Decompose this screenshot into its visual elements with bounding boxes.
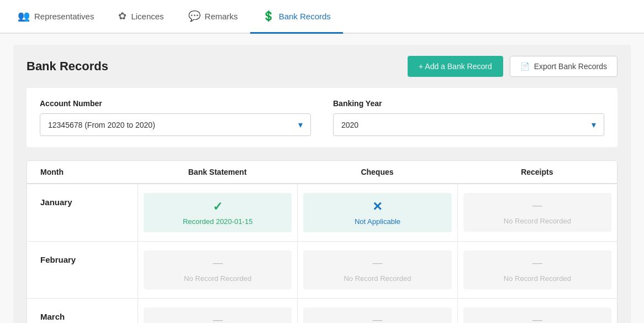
top-nav: 👥 Representatives ✿ Licences 💬 Remarks 💲… (0, 0, 644, 34)
check-icon: ✓ (213, 200, 223, 214)
february-cheques: — No Record Recorded (297, 242, 457, 298)
march-receipts: — (457, 299, 617, 323)
col-receipts: Receipts (457, 168, 617, 176)
banking-year-label: Banking Year (333, 99, 604, 108)
account-number-select[interactable]: 12345678 (From 2020 to 2020) ▾ (40, 113, 311, 136)
january-bank-statement-box: ✓ Recorded 2020-01-15 (144, 193, 292, 232)
filters-row: Account Number 12345678 (From 2020 to 20… (27, 88, 617, 147)
february-cheques-text: No Record Recorded (344, 274, 411, 283)
account-chevron-icon: ▾ (298, 119, 303, 130)
col-cheques: Cheques (297, 168, 457, 176)
banking-year-value: 2020 (341, 121, 358, 129)
col-month: Month (27, 168, 138, 176)
year-chevron-icon: ▾ (592, 119, 596, 130)
account-number-value: 12345678 (From 2020 to 2020) (48, 121, 155, 129)
tab-representatives-label: Representatives (34, 12, 94, 21)
month-january: January (27, 184, 138, 241)
bank-records-card: Bank Records + Add a Bank Record 📄 Expor… (13, 45, 631, 323)
dash-icon: — (213, 314, 223, 323)
february-bank-statement: — No Record Recorded (138, 242, 297, 298)
tab-licences-label: Licences (131, 12, 163, 21)
export-icon: 📄 (520, 62, 530, 71)
export-bank-records-button[interactable]: 📄 Export Bank Records (510, 56, 617, 77)
month-february: February (27, 242, 138, 298)
records-table: Month Bank Statement Cheques Receipts Ja… (27, 160, 617, 323)
card-header: Bank Records + Add a Bank Record 📄 Expor… (27, 56, 617, 77)
tab-bank-records-label: Bank Records (279, 12, 331, 21)
tab-representatives[interactable]: 👥 Representatives (6, 0, 106, 34)
not-applicable-label: Not Applicable (355, 217, 400, 226)
card-actions: + Add a Bank Record 📄 Export Bank Record… (408, 56, 617, 77)
main-content: Bank Records + Add a Bank Record 📄 Expor… (0, 34, 644, 323)
add-bank-record-button[interactable]: + Add a Bank Record (408, 56, 503, 77)
dash-icon: — (532, 200, 542, 211)
january-receipts-text: No Record Recorded (504, 217, 571, 225)
table-row: March — — — (27, 299, 617, 323)
x-icon: ✕ (372, 200, 382, 214)
banking-year-filter: Banking Year 2020 ▾ (333, 99, 604, 136)
january-bank-statement-date: Recorded 2020-01-15 (183, 217, 252, 226)
january-receipts: — No Record Recorded (457, 184, 617, 241)
dash-icon: — (372, 257, 382, 269)
tab-remarks-label: Remarks (205, 12, 238, 21)
february-receipts: — No Record Recorded (457, 242, 617, 298)
dash-icon: — (532, 257, 542, 269)
february-receipts-text: No Record Recorded (504, 274, 571, 283)
january-cheques: ✕ Not Applicable (297, 184, 457, 241)
export-button-label: Export Bank Records (534, 62, 607, 71)
february-receipts-box: — No Record Recorded (463, 251, 611, 289)
february-bank-statement-text: No Record Recorded (184, 274, 251, 283)
march-receipts-box: — (463, 308, 611, 323)
tab-remarks[interactable]: 💬 Remarks (176, 0, 250, 34)
page-title: Bank Records (27, 59, 108, 74)
february-cheques-box: — No Record Recorded (303, 251, 451, 289)
licences-icon: ✿ (118, 10, 126, 22)
march-cheques-box: — (303, 308, 451, 323)
remarks-icon: 💬 (188, 10, 200, 22)
march-bank-statement: — (138, 299, 297, 323)
representatives-icon: 👥 (18, 10, 30, 22)
table-header: Month Bank Statement Cheques Receipts (27, 161, 617, 184)
january-cheques-box: ✕ Not Applicable (303, 193, 451, 232)
account-number-label: Account Number (40, 99, 311, 108)
account-number-filter: Account Number 12345678 (From 2020 to 20… (40, 99, 311, 136)
january-receipts-box: — No Record Recorded (463, 193, 611, 232)
tab-bank-records[interactable]: 💲 Bank Records (250, 0, 343, 34)
dash-icon: — (372, 314, 382, 323)
month-march: March (27, 299, 138, 323)
march-cheques: — (297, 299, 457, 323)
february-bank-statement-box: — No Record Recorded (144, 251, 292, 289)
march-bank-statement-box: — (144, 308, 292, 323)
col-bank-statement: Bank Statement (138, 168, 297, 176)
banking-year-select[interactable]: 2020 ▾ (333, 113, 604, 136)
table-row: February — No Record Recorded — No Recor… (27, 242, 617, 299)
dash-icon: — (532, 314, 542, 323)
table-row: January ✓ Recorded 2020-01-15 ✕ Not Appl… (27, 184, 617, 242)
bank-records-icon: 💲 (262, 10, 275, 22)
january-bank-statement: ✓ Recorded 2020-01-15 (138, 184, 297, 241)
dash-icon: — (213, 257, 223, 269)
tab-licences[interactable]: ✿ Licences (106, 0, 176, 34)
